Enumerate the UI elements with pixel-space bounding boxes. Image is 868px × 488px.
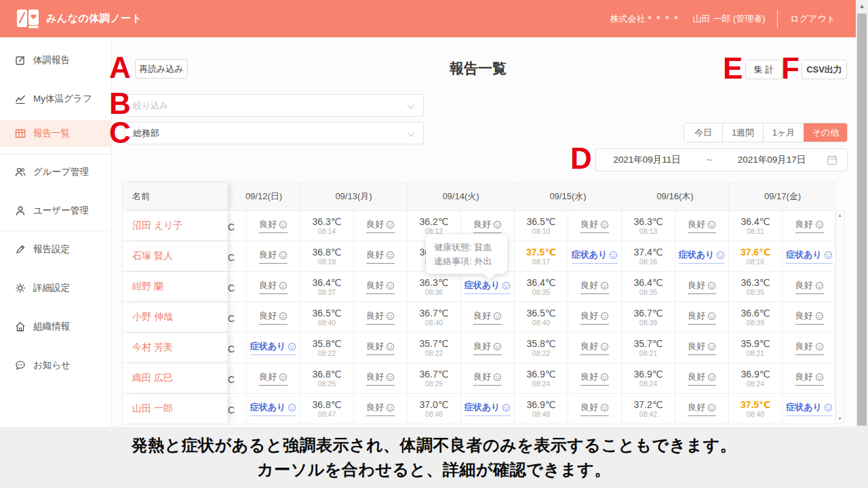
face-icon (279, 373, 288, 382)
period-tab-4[interactable]: その他 (804, 123, 847, 142)
status-good-link[interactable]: 良好 (366, 401, 395, 416)
scroll-up-icon[interactable]: ▲ (856, 3, 868, 9)
employee-name[interactable]: 沼田 えり子 (123, 211, 228, 241)
report-time: 08:18 (318, 258, 336, 266)
status-symptom-link[interactable]: 症状あり (250, 340, 297, 355)
status-good-link[interactable]: 良好 (580, 218, 609, 233)
employee-name[interactable]: 山田 一郎 (123, 394, 228, 424)
status-cell: 良好 (354, 394, 408, 424)
status-good-link[interactable]: 良好 (688, 340, 716, 355)
aggregate-button[interactable]: 集 計 (745, 60, 783, 79)
status-good-link[interactable]: 良好 (580, 371, 609, 386)
status-good-link[interactable]: 良好 (259, 218, 288, 233)
sidebar-divider (0, 230, 112, 231)
filter-select[interactable]: 絞り込み (124, 94, 424, 117)
department-select[interactable]: 総務部 (124, 122, 424, 144)
temperature-value: 36.5℃ (313, 308, 342, 319)
status-good-link[interactable]: 良好 (366, 218, 395, 233)
status-good-link[interactable]: 良好 (366, 249, 395, 264)
status-cell: 良好 (568, 363, 622, 393)
temperature-value: 36.5℃ (527, 216, 556, 227)
status-symptom-link[interactable]: 症状あり (786, 401, 833, 416)
status-label: 良好 (688, 401, 705, 413)
temperature-value: 36.2℃ (420, 216, 449, 227)
status-good-link[interactable]: 良好 (795, 371, 824, 386)
status-symptom-link[interactable]: 症状あり (679, 249, 726, 264)
table-scroll-down-icon[interactable]: ▼ (836, 416, 844, 421)
period-tab-2[interactable]: 1週間 (722, 123, 763, 142)
face-icon (824, 403, 833, 412)
status-good-link[interactable]: 良好 (795, 310, 824, 325)
csv-export-button[interactable]: CSV出力 (802, 60, 847, 79)
status-good-link[interactable]: 良好 (688, 401, 716, 416)
status-label: 良好 (688, 371, 705, 383)
logout-button[interactable]: ログアウト (790, 13, 835, 25)
status-good-link[interactable]: 良好 (473, 218, 502, 233)
status-good-link[interactable]: 良好 (473, 371, 502, 386)
status-good-link[interactable]: 良好 (366, 310, 395, 325)
date-from[interactable]: 2021年09月11日 (596, 154, 698, 166)
sidebar-item-6[interactable]: 報告設定 (0, 236, 112, 263)
status-good-link[interactable]: 良好 (688, 218, 716, 233)
status-label: 症状あり (465, 279, 500, 291)
status-good-link[interactable]: 良好 (259, 279, 288, 294)
table-scrollbar[interactable]: ▲ ▼ (835, 210, 844, 424)
report-time: 08:40 (425, 319, 443, 327)
status-symptom-link[interactable]: 症状あり (465, 279, 511, 294)
employee-name[interactable]: 石塚 賢人 (123, 241, 228, 271)
report-table: 名前09/12(日)09/13(月)09/14(火)09/15(水)09/16(… (122, 182, 835, 424)
status-good-link[interactable]: 良好 (580, 279, 609, 294)
status-good-link[interactable]: 良好 (580, 401, 609, 416)
employee-name[interactable]: 今村 芳美 (123, 333, 228, 363)
status-good-link[interactable]: 良好 (366, 371, 395, 386)
status-symptom-link[interactable]: 症状あり (250, 401, 297, 416)
period-tab-3[interactable]: 1ヶ月 (763, 123, 804, 142)
sidebar-item-4[interactable]: グループ管理 (0, 159, 112, 186)
status-good-link[interactable]: 良好 (795, 218, 824, 233)
report-time: 08:36 (425, 288, 443, 297)
status-good-link[interactable]: 良好 (259, 371, 288, 386)
employee-name[interactable]: 小野 伸哉 (123, 302, 228, 332)
status-cell: 良好 (568, 302, 622, 332)
report-time: 08:48 (532, 410, 550, 419)
status-good-link[interactable]: 良好 (580, 340, 609, 355)
status-good-link[interactable]: 良好 (366, 279, 395, 294)
status-good-link[interactable]: 良好 (580, 310, 609, 325)
status-cell: 良好 (675, 363, 729, 393)
table-scroll-up-icon[interactable]: ▲ (836, 213, 844, 218)
status-good-link[interactable]: 良好 (688, 371, 716, 386)
page-scrollbar[interactable]: ▲ (856, 0, 868, 427)
status-good-link[interactable]: 良好 (366, 340, 395, 355)
calendar-icon[interactable] (827, 155, 837, 165)
status-good-link[interactable]: 良好 (473, 310, 502, 325)
period-tab-1[interactable]: 今日 (684, 123, 722, 142)
reload-button[interactable]: 再読み込み (135, 59, 188, 79)
employee-name[interactable]: 織田 広巳 (123, 363, 228, 393)
sidebar-item-7[interactable]: 詳細設定 (0, 274, 112, 302)
date-range-picker[interactable]: 2021年09月11日 ～ 2021年09月17日 (595, 148, 848, 171)
status-label: 良好 (795, 279, 813, 291)
date-to[interactable]: 2021年09月17日 (721, 154, 823, 166)
tooltip-line-2: 連絡事項: 外出 (434, 254, 499, 268)
status-label: 良好 (580, 340, 598, 352)
sidebar-item-8[interactable]: 組織情報 (0, 313, 112, 340)
status-symptom-link[interactable]: 症状あり (572, 249, 618, 264)
scrollbar-thumb[interactable] (857, 14, 867, 426)
status-good-link[interactable]: 良好 (259, 249, 288, 264)
status-good-link[interactable]: 良好 (795, 279, 824, 294)
temperature-cell: 35.8℃08:22 (300, 333, 354, 363)
status-good-link[interactable]: 良好 (259, 310, 288, 325)
employee-name[interactable]: 紺野 蘭 (123, 272, 228, 302)
status-symptom-link[interactable]: 症状あり (786, 249, 833, 264)
sidebar-item-9[interactable]: お知らせ (0, 352, 112, 379)
pen-icon (15, 244, 26, 255)
sidebar-item-1[interactable]: 体調報告 (0, 47, 112, 74)
sidebar-item-2[interactable]: My体温グラフ (0, 85, 112, 113)
status-good-link[interactable]: 良好 (688, 310, 716, 325)
status-good-link[interactable]: 良好 (688, 279, 716, 294)
status-symptom-link[interactable]: 症状あり (465, 401, 511, 416)
sidebar-item-3[interactable]: 報告一覧 (0, 120, 112, 147)
sidebar-item-5[interactable]: ユーザー管理 (0, 197, 112, 224)
status-good-link[interactable]: 良好 (473, 340, 502, 355)
status-good-link[interactable]: 良好 (795, 340, 824, 355)
